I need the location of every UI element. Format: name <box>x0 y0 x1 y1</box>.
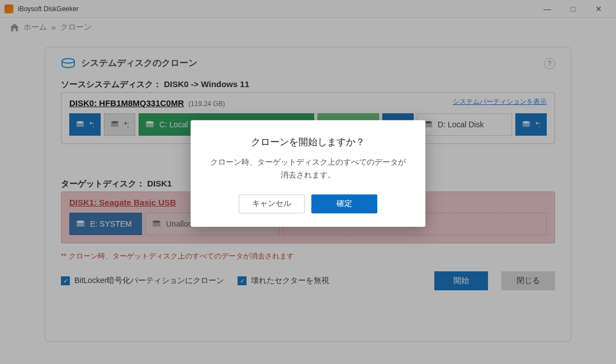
confirm-dialog: クローンを開始しますか？ クローン時、ターゲットディスク上のすべてのデータが消去… <box>191 120 425 227</box>
dialog-body: クローン時、ターゲットディスク上のすべてのデータが消去されます。 <box>207 156 409 182</box>
confirm-button[interactable]: 確定 <box>311 194 377 213</box>
dialog-title: クローンを開始しますか？ <box>207 136 409 149</box>
cancel-button[interactable]: キャンセル <box>239 194 305 213</box>
